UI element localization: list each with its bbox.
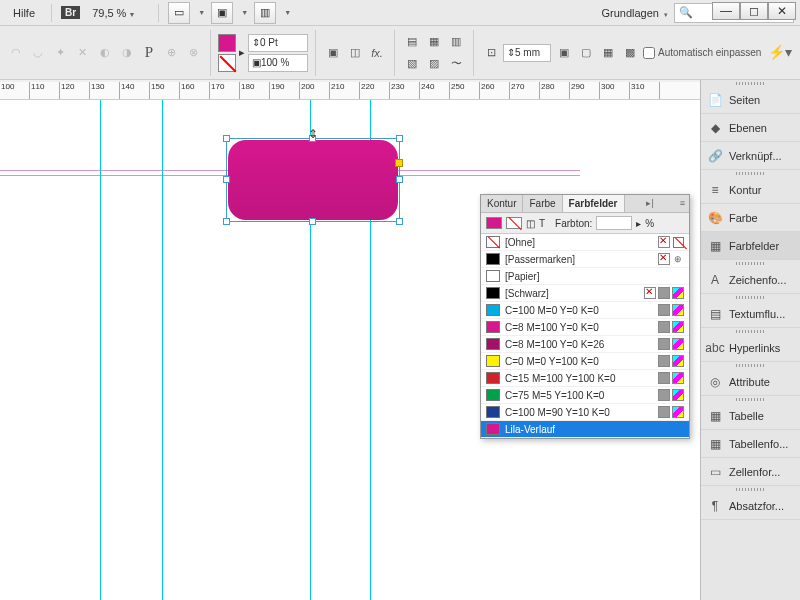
swatch-name: Lila-Verlauf (505, 424, 679, 435)
zoom-level[interactable]: 79,5 %▼ (86, 5, 149, 21)
formatting-text-icon[interactable]: T (539, 218, 545, 229)
panel-tab-attribute[interactable]: ◎Attribute (701, 368, 800, 396)
wrap-icon[interactable]: ▤ (402, 32, 422, 52)
wrap-icon[interactable]: ▥ (446, 32, 466, 52)
swatch-row[interactable]: C=8 M=100 Y=0 K=26 (481, 336, 689, 353)
tool-icon[interactable]: ◐ (95, 43, 115, 63)
panel-tabs: KonturFarbeFarbfelder▸| ≡ (481, 195, 689, 213)
wrap-icon[interactable]: ▧ (402, 54, 422, 74)
panel-tab-hyperlinks[interactable]: abcHyperlinks (701, 334, 800, 362)
handle[interactable] (396, 176, 403, 183)
panel-icon: abc (707, 340, 723, 356)
corner-icon[interactable]: ◠ (6, 43, 26, 63)
wrap-icon[interactable]: ▨ (424, 54, 444, 74)
swatch-row[interactable]: [Ohne] (481, 234, 689, 251)
panel-menu-icon[interactable]: ≡ (676, 195, 689, 212)
panel-expand-icon[interactable]: ▸| (642, 195, 657, 212)
swatch-row[interactable]: C=100 M=0 Y=0 K=0 (481, 302, 689, 319)
panel-tab-zeichenfo[interactable]: AZeichenfo... (701, 266, 800, 294)
swatch-row[interactable]: C=15 M=100 Y=100 K=0 (481, 370, 689, 387)
panel-tab-tabellenfo[interactable]: ▦Tabellenfo... (701, 430, 800, 458)
tool-icon[interactable]: ⊕ (161, 43, 181, 63)
guide[interactable] (162, 100, 163, 600)
panel-tab-textumflu[interactable]: ▤Textumflu... (701, 300, 800, 328)
ruler-tick: 290 (570, 82, 600, 99)
lightning-icon[interactable]: ⚡▾ (768, 44, 792, 60)
help-menu[interactable]: Hilfe (6, 4, 42, 22)
panel-tab-seiten[interactable]: 📄Seiten (701, 86, 800, 114)
fit-icon[interactable]: ▢ (576, 43, 596, 63)
panel-tab-farbe[interactable]: 🎨Farbe (701, 204, 800, 232)
stroke-proxy[interactable] (506, 217, 522, 229)
panel-tab-kontur[interactable]: ≡Kontur (701, 176, 800, 204)
fill-proxy[interactable] (486, 217, 502, 229)
view-mode-2[interactable]: ▣ (211, 2, 233, 24)
tool-icon[interactable]: ⊗ (183, 43, 203, 63)
swatch-row[interactable]: C=75 M=5 Y=100 K=0 (481, 387, 689, 404)
panel-tab-ebenen[interactable]: ◆Ebenen (701, 114, 800, 142)
effect-icon[interactable]: ◫ (345, 43, 365, 63)
handle[interactable] (223, 218, 230, 225)
panel-tab-tabelle[interactable]: ▦Tabelle (701, 402, 800, 430)
frame-fit-icon[interactable]: ⊡ (481, 43, 501, 63)
view-mode-3[interactable]: ▥ (254, 2, 276, 24)
stroke-style[interactable]: 〜 (446, 54, 466, 74)
fit-icon[interactable]: ▦ (598, 43, 618, 63)
fit-icon[interactable]: ▣ (554, 43, 574, 63)
panel-tab-zellenfor[interactable]: ▭Zellenfor... (701, 458, 800, 486)
panel-tab-farbfelder[interactable]: ▦Farbfelder (701, 232, 800, 260)
effect-icon[interactable]: ▣ (323, 43, 343, 63)
live-corner-handle[interactable] (395, 159, 403, 167)
swatch-row[interactable]: [Schwarz] (481, 285, 689, 302)
stroke-weight-field[interactable]: ⇕ 0 Pt (248, 34, 308, 52)
fill-swatch[interactable] (218, 34, 236, 52)
fx-icon[interactable]: fx. (367, 43, 387, 63)
fit-icon[interactable]: ▩ (620, 43, 640, 63)
handle[interactable] (396, 135, 403, 142)
swatch-flags (658, 372, 684, 384)
swatch-row[interactable]: [Papier] (481, 268, 689, 285)
tint-field[interactable] (596, 216, 632, 230)
corner-icon[interactable]: ◡ (28, 43, 48, 63)
swatch-row[interactable]: C=100 M=90 Y=10 K=0 (481, 404, 689, 421)
swatch-flags (658, 236, 684, 248)
workspace-switcher[interactable]: Grundlagen ▾ (601, 7, 668, 19)
maximize-button[interactable]: ◻ (740, 2, 768, 20)
handle[interactable] (309, 218, 316, 225)
ruler-tick: 110 (30, 82, 60, 99)
view-mode-1[interactable]: ▭ (168, 2, 190, 24)
tool-icon[interactable]: ✦ (50, 43, 70, 63)
handle[interactable] (396, 218, 403, 225)
autofit-checkbox[interactable]: Automatisch einpassen (643, 47, 761, 59)
panel-icon: ◎ (707, 374, 723, 390)
tool-icon[interactable]: ◑ (117, 43, 137, 63)
inset-field[interactable]: ⇕ 5 mm (503, 44, 551, 62)
close-button[interactable]: ✕ (768, 2, 796, 20)
bridge-button[interactable]: Br (61, 6, 80, 19)
swatch-flags (658, 321, 684, 333)
wrap-icon[interactable]: ▦ (424, 32, 444, 52)
swatch-row[interactable]: C=0 M=0 Y=100 K=0 (481, 353, 689, 370)
handle[interactable] (223, 176, 230, 183)
opacity-field[interactable]: ▣ 100 % (248, 54, 308, 72)
resize-cursor-icon: ⇕ (308, 127, 318, 141)
ruler-tick: 170 (210, 82, 240, 99)
tab-farbfelder[interactable]: Farbfelder (563, 195, 625, 212)
type-tool-icon[interactable]: P (139, 43, 159, 63)
panel-tab-verknpf[interactable]: 🔗Verknüpf... (701, 142, 800, 170)
panel-label: Ebenen (729, 122, 767, 134)
stroke-swatch[interactable] (218, 54, 236, 72)
tab-farbe[interactable]: Farbe (523, 195, 562, 212)
panel-tab-absatzfor[interactable]: ¶Absatzfor... (701, 492, 800, 520)
panel-icon: A (707, 272, 723, 288)
swatch-row[interactable]: [Passermarken]⊕ (481, 251, 689, 268)
tool-icon[interactable]: ✕ (72, 43, 92, 63)
guide[interactable] (100, 100, 101, 600)
swatch-row[interactable]: C=8 M=100 Y=0 K=0 (481, 319, 689, 336)
swatch-row[interactable]: Lila-Verlauf (481, 421, 689, 438)
tint-label: Farbton: (555, 218, 592, 229)
minimize-button[interactable]: — (712, 2, 740, 20)
formatting-container-icon[interactable]: ◫ (526, 218, 535, 229)
tab-kontur[interactable]: Kontur (481, 195, 523, 212)
handle[interactable] (223, 135, 230, 142)
